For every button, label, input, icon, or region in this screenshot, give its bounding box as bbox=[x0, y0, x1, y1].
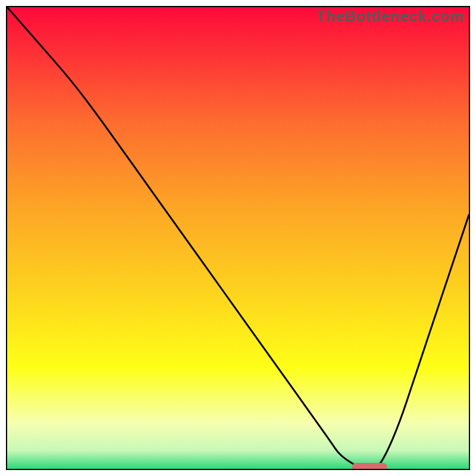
chart-plot bbox=[7, 7, 469, 469]
chart-frame: TheBottleneck.com bbox=[6, 6, 470, 470]
gradient-background bbox=[7, 7, 469, 469]
watermark-text: TheBottleneck.com bbox=[317, 7, 464, 26]
optimal-marker bbox=[352, 463, 387, 469]
